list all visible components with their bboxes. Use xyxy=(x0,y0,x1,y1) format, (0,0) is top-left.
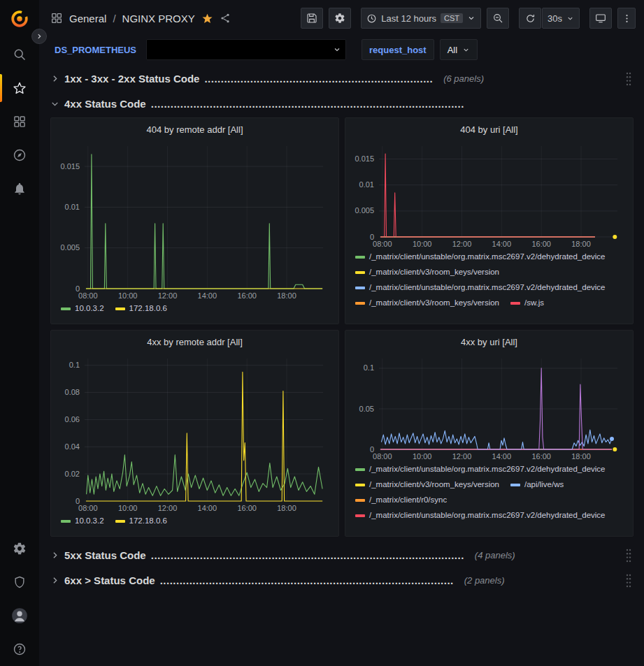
legend-item[interactable]: /_matrix/client/v3/room_keys/version xyxy=(355,265,499,280)
legend-label: /_matrix/client/r0/sync xyxy=(369,493,447,507)
chart-canvas[interactable]: 00.0050.010.01508:0010:0012:0014:0016:00… xyxy=(351,139,627,249)
bell-icon xyxy=(13,182,27,196)
legend-item[interactable]: /_matrix/client/v3/room_keys/version xyxy=(355,296,499,310)
panel-title[interactable]: 4xx by uri [All] xyxy=(351,333,627,352)
legend-item[interactable]: 172.18.0.6 xyxy=(115,514,167,528)
series-color-swatch xyxy=(355,287,365,289)
panel-4xx-by-remote-addr: 4xx by remote addr [All] 00.020.040.060.… xyxy=(50,330,339,537)
row-6xx-status-code[interactable]: 6xx > Status Code ......................… xyxy=(50,569,634,592)
row-drag-handle[interactable] xyxy=(624,546,634,565)
legend-item[interactable]: /_matrix/client/unstable/org.matrix.msc2… xyxy=(355,280,606,295)
chevron-down-icon xyxy=(333,45,341,54)
chevron-right-icon xyxy=(50,74,59,83)
chevron-down-icon xyxy=(566,15,574,22)
svg-text:0.05: 0.05 xyxy=(359,405,374,413)
chevron-right-icon xyxy=(50,551,59,560)
sidebar-item-profile[interactable] xyxy=(0,599,39,632)
series-color-swatch xyxy=(355,271,365,274)
svg-text:0.005: 0.005 xyxy=(60,243,80,252)
time-range-picker[interactable]: Last 12 hours CST xyxy=(361,8,481,29)
svg-text:14:00: 14:00 xyxy=(492,240,512,248)
user-avatar xyxy=(10,607,29,625)
timeseries-chart[interactable]: 00.0050.010.01508:0010:0012:0014:0016:00… xyxy=(351,139,627,249)
row-drag-handle[interactable] xyxy=(624,571,634,591)
favorite-star-icon[interactable] xyxy=(201,13,213,24)
breadcrumb-section[interactable]: General xyxy=(69,13,106,24)
refresh-interval-dropdown[interactable]: 30s xyxy=(542,8,580,29)
svg-text:10:00: 10:00 xyxy=(413,452,432,461)
svg-text:0.01: 0.01 xyxy=(359,180,374,189)
chart-legend: 10.0.3.2172.18.0.6 xyxy=(57,514,333,535)
star-icon xyxy=(13,81,27,95)
chevron-down-icon xyxy=(50,99,59,108)
legend-item[interactable]: /api/live/ws xyxy=(510,477,564,492)
legend-item[interactable]: 10.0.3.2 xyxy=(61,514,104,528)
row-title-dots: ........................................… xyxy=(151,98,464,110)
series-color-swatch xyxy=(355,484,365,486)
compass-icon xyxy=(13,148,27,162)
legend-item[interactable]: /_matrix/client/unstable/org.matrix.msc2… xyxy=(355,508,606,523)
zoom-out-icon xyxy=(492,13,503,24)
svg-text:16:00: 16:00 xyxy=(531,240,551,248)
timeseries-chart[interactable]: 00.020.040.060.080.108:0010:0012:0014:00… xyxy=(57,352,333,514)
panel-title[interactable]: 4xx by remote addr [All] xyxy=(57,333,333,352)
sidebar-item-help[interactable] xyxy=(0,632,39,666)
legend-item[interactable]: /_matrix/client/v3/room_keys/version xyxy=(355,477,499,492)
legend-label: /api/live/ws xyxy=(524,477,564,492)
tv-mode-button[interactable] xyxy=(589,8,612,29)
row-5xx-status-code[interactable]: 5xx Status Code ........................… xyxy=(50,544,634,567)
series-color-swatch xyxy=(61,520,71,523)
svg-text:10:00: 10:00 xyxy=(118,291,138,300)
sidebar-item-alerting[interactable] xyxy=(0,172,39,205)
sidebar-item-settings[interactable] xyxy=(0,532,39,565)
panel-title[interactable]: 404 by remote addr [All] xyxy=(57,121,333,139)
dashboard-content: 1xx - 3xx - 2xx Status Code ............… xyxy=(39,63,644,666)
save-dashboard-button[interactable] xyxy=(301,8,323,29)
legend-item[interactable]: 10.0.3.2 xyxy=(61,301,104,316)
chart-legend: /_matrix/client/unstable/org.matrix.msc2… xyxy=(351,462,627,532)
panel-title[interactable]: 404 by uri [All] xyxy=(351,121,627,139)
timeseries-chart[interactable]: 00.050.108:0010:0012:0014:0016:0018:00 xyxy=(351,352,627,462)
row-1xx-3xx-2xx-status-code[interactable]: 1xx - 3xx - 2xx Status Code ............… xyxy=(50,67,634,90)
chart-canvas[interactable]: 00.050.108:0010:0012:0014:0016:0018:00 xyxy=(351,352,627,462)
chart-canvas[interactable]: 00.020.040.060.080.108:0010:0012:0014:00… xyxy=(57,352,333,514)
chart-canvas[interactable]: 00.0050.010.01508:0010:0012:0014:0016:00… xyxy=(57,139,333,301)
breadcrumb: General / NGINX PROXY xyxy=(50,12,231,24)
legend-label: 10.0.3.2 xyxy=(75,301,104,316)
legend-label: /_matrix/client/unstable/org.matrix.msc2… xyxy=(369,249,606,264)
legend-item[interactable]: 172.18.0.6 xyxy=(115,301,167,316)
breadcrumb-dashboard-title[interactable]: NGINX PROXY xyxy=(122,13,195,24)
request-host-value-dropdown[interactable]: All xyxy=(440,39,478,60)
legend-item[interactable]: /_matrix/client/unstable/org.matrix.msc2… xyxy=(355,249,606,264)
row-drag-handle[interactable] xyxy=(624,69,634,89)
legend-item[interactable]: /_matrix/client/r0/sync xyxy=(355,493,447,507)
dashboard-settings-button[interactable] xyxy=(329,8,351,29)
sidebar-item-starred[interactable] xyxy=(0,71,39,105)
request-host-label[interactable]: request_host xyxy=(362,39,434,60)
sidebar-item-search[interactable] xyxy=(0,38,39,71)
chevron-right-icon xyxy=(50,576,59,585)
row-4xx-status-code[interactable]: 4xx Status Code ........................… xyxy=(50,92,634,115)
sidebar-expand-button[interactable] xyxy=(31,29,47,44)
ds-prometheus-label[interactable]: DS_PROMETHEUS xyxy=(50,45,141,55)
legend-item[interactable]: /_matrix/client/unstable/org.matrix.msc2… xyxy=(355,462,606,477)
kebab-menu-icon xyxy=(622,13,632,24)
refresh-button[interactable] xyxy=(519,8,541,29)
chevron-down-icon xyxy=(467,14,475,22)
sidebar-item-dashboards[interactable] xyxy=(0,105,39,138)
sidebar-item-explore[interactable] xyxy=(0,138,39,172)
row-title: 1xx - 3xx - 2xx Status Code xyxy=(64,73,199,85)
svg-text:18:00: 18:00 xyxy=(277,291,296,300)
ds-prometheus-value-dropdown[interactable] xyxy=(146,39,346,60)
kebab-menu-button[interactable] xyxy=(617,8,636,29)
timezone-badge: CST xyxy=(441,13,463,23)
svg-text:08:00: 08:00 xyxy=(373,240,392,248)
share-icon[interactable] xyxy=(220,13,231,24)
legend-item[interactable]: /sw.js xyxy=(510,296,544,310)
zoom-out-button[interactable] xyxy=(487,8,509,29)
chart-legend: /_matrix/client/unstable/org.matrix.msc2… xyxy=(351,249,627,319)
series-color-swatch xyxy=(355,514,365,517)
timeseries-chart[interactable]: 00.0050.010.01508:0010:0012:0014:0016:00… xyxy=(57,139,333,301)
sidebar-item-admin[interactable] xyxy=(0,565,39,599)
panel-404-by-remote-addr: 404 by remote addr [All] 00.0050.010.015… xyxy=(50,117,339,324)
